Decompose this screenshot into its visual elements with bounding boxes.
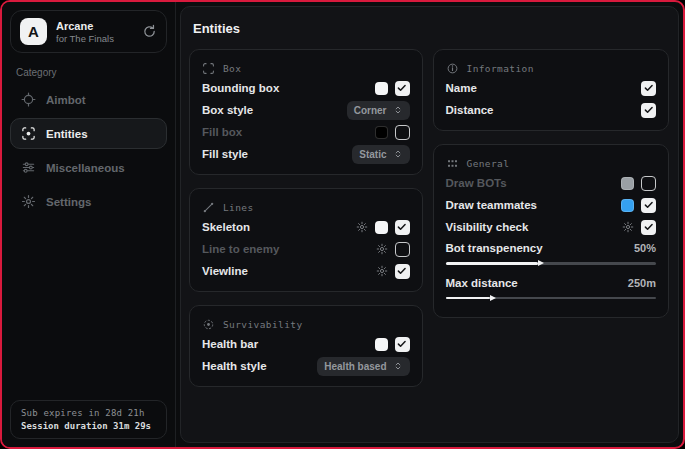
scan-icon (21, 126, 36, 141)
card-information: Information Name Distance (433, 49, 669, 131)
gear-icon[interactable] (356, 221, 368, 233)
slider-value: 250m (628, 277, 656, 289)
name-checkbox[interactable] (641, 81, 656, 96)
max-distance-slider[interactable] (446, 297, 656, 300)
row-distance: Distance (446, 99, 656, 121)
distance-checkbox[interactable] (641, 103, 656, 118)
row-draw-teammates: Draw teammates (446, 194, 656, 216)
line-icon (202, 201, 215, 214)
color-swatch[interactable] (621, 199, 634, 212)
card-title: General (467, 158, 510, 169)
sub-expiry-text: Sub expires in 28d 21h (21, 408, 156, 418)
color-swatch[interactable] (375, 221, 388, 234)
life-ring-icon (202, 318, 215, 331)
sidebar-item-miscellaneous[interactable]: Miscellaneous (10, 152, 167, 183)
app-title: Arcane (56, 20, 114, 32)
row-bounding-box: Bounding box (202, 77, 410, 99)
draw-bots-checkbox[interactable] (641, 176, 656, 191)
slider-thumb[interactable] (490, 295, 496, 301)
row-name: Name (446, 77, 656, 99)
health-style-dropdown[interactable]: Health based (317, 357, 409, 376)
fill-style-dropdown[interactable]: Static (352, 145, 409, 164)
card-title: Lines (223, 202, 254, 213)
crosshair-icon (21, 92, 36, 107)
draw-teammates-checkbox[interactable] (641, 198, 656, 213)
logo-card: A Arcane for The Finals (10, 10, 167, 53)
color-swatch[interactable] (375, 82, 388, 95)
row-visibility-check: Visibility check (446, 216, 656, 238)
sidebar-item-aimbot[interactable]: Aimbot (10, 84, 167, 115)
category-label: Category (16, 67, 161, 78)
max-distance-slider-group: Max distance 250m (446, 274, 656, 300)
card-title: Box (223, 63, 241, 74)
row-fill-style: Fill style Static (202, 143, 410, 165)
row-box-style: Box style Corner (202, 99, 410, 121)
slider-thumb[interactable] (538, 260, 544, 266)
viewline-checkbox[interactable] (395, 264, 410, 279)
grid-icon (446, 157, 459, 170)
visibility-check-checkbox[interactable] (641, 220, 656, 235)
line-to-enemy-checkbox[interactable] (395, 242, 410, 257)
gear-icon (21, 194, 36, 209)
sidebar-item-settings[interactable]: Settings (10, 186, 167, 217)
card-box: Box Bounding box Box style Corne (189, 49, 423, 175)
box-icon (202, 62, 215, 75)
subscription-info: Sub expires in 28d 21h Session duration … (10, 400, 167, 439)
bot-transparency-slider[interactable] (446, 262, 656, 265)
gear-icon[interactable] (376, 265, 388, 277)
sidebar-item-entities[interactable]: Entities (10, 118, 167, 149)
fill-box-checkbox[interactable] (395, 125, 410, 140)
slider-value: 50% (634, 242, 656, 254)
card-survivability: Survivability Health bar Health style (189, 305, 423, 387)
bounding-box-checkbox[interactable] (395, 81, 410, 96)
row-health-style: Health style Health based (202, 355, 410, 377)
row-health-bar: Health bar (202, 333, 410, 355)
sidebar-item-label: Settings (46, 196, 91, 208)
row-line-to-enemy: Line to enemy (202, 238, 410, 260)
chevron-updown-icon (393, 105, 403, 115)
page-title: Entities (193, 21, 669, 36)
info-icon (446, 62, 459, 75)
main-panel: Entities Box Bounding box (180, 6, 679, 443)
color-swatch[interactable] (375, 338, 388, 351)
card-lines: Lines Skeleton Line to enemy (189, 188, 423, 292)
card-title: Survivability (223, 319, 303, 330)
sidebar-item-label: Aimbot (46, 94, 86, 106)
refresh-icon[interactable] (142, 24, 157, 39)
color-swatch[interactable] (375, 126, 388, 139)
card-general: General Draw BOTs Draw teammates (433, 144, 669, 318)
sliders-icon (21, 160, 36, 175)
app-subtitle: for The Finals (56, 33, 114, 44)
sidebar-item-label: Entities (46, 128, 88, 140)
color-swatch[interactable] (621, 177, 634, 190)
row-draw-bots: Draw BOTs (446, 172, 656, 194)
sidebar-item-label: Miscellaneous (46, 162, 125, 174)
box-style-dropdown[interactable]: Corner (347, 101, 410, 120)
app-logo: A (20, 18, 47, 45)
chevron-updown-icon (393, 149, 403, 159)
card-title: Information (467, 63, 534, 74)
sidebar-nav: Aimbot Entities Miscellaneous Settings (10, 84, 167, 217)
chevron-updown-icon (393, 361, 403, 371)
row-skeleton: Skeleton (202, 216, 410, 238)
bot-transparency-slider-group: Bot transpenency 50% (446, 239, 656, 265)
row-viewline: Viewline (202, 260, 410, 282)
session-duration-text: Session duration 31m 29s (21, 421, 156, 431)
app-window: A Arcane for The Finals Category Aimbot … (0, 0, 685, 449)
gear-icon[interactable] (622, 221, 634, 233)
skeleton-checkbox[interactable] (395, 220, 410, 235)
health-bar-checkbox[interactable] (395, 337, 410, 352)
sidebar: A Arcane for The Finals Category Aimbot … (2, 2, 176, 447)
row-fill-box: Fill box (202, 121, 410, 143)
gear-icon[interactable] (376, 243, 388, 255)
